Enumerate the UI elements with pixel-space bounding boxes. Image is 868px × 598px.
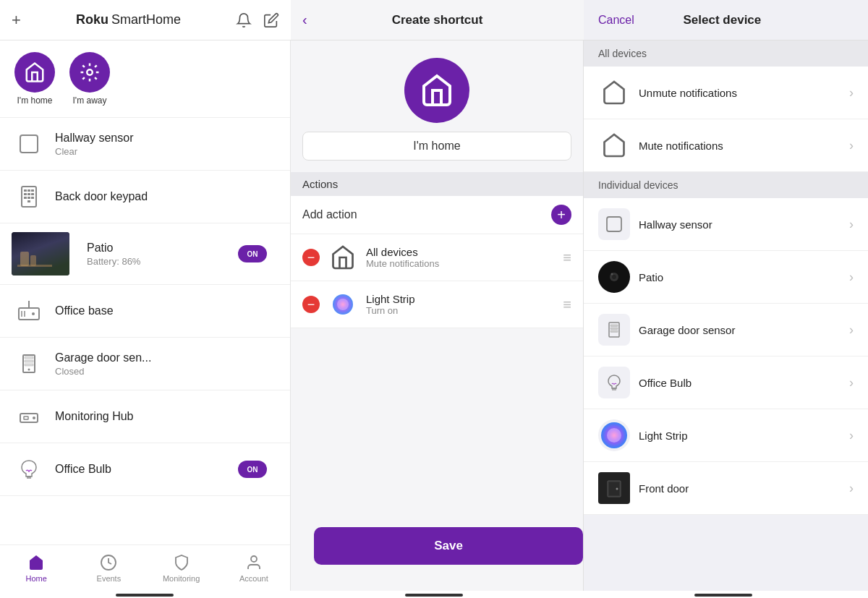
center-scroll: Actions Add action + − (291, 40, 583, 507)
right-patio-name: Patio (639, 271, 841, 283)
right-office-bulb-name: Office Bulb (639, 377, 841, 389)
right-light-strip[interactable]: Light Strip › (584, 409, 868, 462)
svg-point-43 (607, 428, 621, 443)
edit-button[interactable] (263, 12, 279, 28)
keypad-icon (12, 179, 46, 214)
garage-sensor-icon (12, 346, 46, 381)
svg-rect-8 (31, 193, 34, 195)
garage-door-sensor-status: Closed (55, 366, 278, 377)
bottom-bar-right (694, 594, 752, 597)
svg-point-29 (251, 556, 257, 562)
im-home-button[interactable]: I'm home (14, 52, 55, 106)
hallway-sensor-status: Clear (55, 146, 278, 157)
cancel-button[interactable]: Cancel (598, 14, 634, 27)
nav-monitoring[interactable]: Monitoring (145, 545, 218, 591)
nav-home[interactable]: Home (0, 545, 72, 591)
svg-rect-6 (24, 193, 27, 195)
svg-rect-19 (25, 356, 33, 359)
back-door-keypad-name: Back door keypad (55, 190, 278, 203)
center-header: ‹ Create shortcut (291, 0, 584, 40)
camera-item1 (20, 252, 29, 266)
right-patio[interactable]: Patio › (584, 251, 868, 304)
hallway-sensor-info: Hallway sensor Clear (55, 132, 278, 157)
right-front-door-icon (598, 472, 630, 504)
nav-account[interactable]: Account (218, 545, 290, 591)
action-item-all-devices: − All devices Mute notifications ≡ (291, 234, 583, 281)
light-strip-drag-handle[interactable]: ≡ (563, 296, 571, 313)
right-garage-sensor[interactable]: Garage door sensor › (584, 304, 868, 356)
monitoring-hub-name: Monitoring Hub (55, 410, 278, 423)
right-office-bulb[interactable]: Office Bulb › (584, 356, 868, 409)
action-item-light-strip: − (291, 281, 583, 328)
svg-rect-39 (610, 330, 618, 333)
all-devices-action-icon (328, 243, 357, 272)
device-item-monitoring-hub[interactable]: Monitoring Hub (0, 390, 290, 443)
bottom-bar-center (405, 594, 463, 597)
right-front-door[interactable]: Front door › (584, 462, 868, 515)
shortcut-name-input[interactable] (302, 132, 571, 161)
mute-notifications-item[interactable]: Mute notifications › (584, 119, 868, 172)
right-patio-icon (598, 261, 630, 293)
remove-all-devices-action[interactable]: − (302, 249, 320, 266)
nav-account-label: Account (239, 574, 268, 583)
svg-point-25 (33, 417, 35, 419)
svg-rect-11 (31, 197, 34, 199)
add-button[interactable]: + (12, 11, 21, 30)
office-bulb-badge: ON (238, 461, 267, 478)
svg-rect-10 (27, 197, 30, 199)
light-strip-action-info: Light Strip Turn on (366, 293, 554, 316)
light-strip-action-icon (328, 290, 357, 319)
device-list: Hallway sensor Clear (0, 118, 290, 544)
bottom-nav: Home Events Monitoring (0, 544, 290, 591)
device-item-hallway-sensor[interactable]: Hallway sensor Clear (0, 118, 290, 171)
garage-sensor-chevron: › (849, 323, 854, 338)
unmute-notifications-item[interactable]: Unmute notifications › (584, 67, 868, 119)
im-away-button[interactable]: I'm away (69, 52, 110, 106)
all-devices-drag-handle[interactable]: ≡ (563, 249, 571, 266)
unmute-notifications-icon (598, 77, 630, 108)
office-base-icon (12, 294, 46, 328)
svg-rect-37 (610, 325, 618, 327)
device-item-garage-door-sensor[interactable]: Garage door sen... Closed (0, 338, 290, 390)
shortcut-setup (291, 40, 583, 172)
garage-door-sensor-name: Garage door sen... (55, 351, 278, 364)
bottom-bar-left (116, 594, 174, 597)
svg-point-35 (611, 273, 613, 275)
device-item-back-door-keypad[interactable]: Back door keypad (0, 171, 290, 223)
light-strip-chevron: › (849, 428, 854, 443)
office-base-name: Office base (55, 304, 278, 317)
garage-door-sensor-info: Garage door sen... Closed (55, 351, 278, 377)
notification-button[interactable] (236, 12, 252, 28)
patio-camera-thumbnail (12, 232, 69, 275)
svg-point-31 (337, 299, 349, 310)
office-base-info: Office base (55, 304, 278, 317)
right-garage-sensor-icon (598, 314, 630, 346)
actions-list: − All devices Mute notifications ≡ (291, 234, 583, 328)
svg-point-46 (616, 488, 618, 490)
device-item-office-base[interactable]: Office base (0, 285, 290, 338)
device-item-patio[interactable]: Patio Battery: 86% ON (0, 223, 290, 285)
svg-rect-12 (27, 200, 30, 202)
right-panel-title: Select device (684, 13, 762, 27)
top-bar-actions (236, 12, 279, 28)
hallway-sensor-chevron: › (849, 217, 854, 232)
add-action-row: Add action + (291, 196, 583, 234)
add-action-button[interactable]: + (551, 205, 571, 225)
nav-events[interactable]: Events (72, 545, 145, 591)
svg-point-22 (28, 369, 30, 371)
patio-badge: ON (238, 245, 267, 262)
light-strip-action-name: Light Strip (366, 293, 554, 305)
remove-light-strip-action[interactable]: − (302, 296, 320, 313)
right-hallway-sensor[interactable]: Hallway sensor › (584, 198, 868, 251)
office-bulb-info: Office Bulb (55, 463, 229, 476)
svg-rect-3 (24, 189, 27, 192)
back-door-keypad-info: Back door keypad (55, 190, 278, 203)
save-button[interactable]: Save (314, 527, 583, 565)
svg-rect-9 (24, 197, 27, 199)
back-button[interactable]: ‹ (302, 12, 307, 28)
device-item-office-bulb[interactable]: Office Bulb ON (0, 443, 290, 496)
svg-rect-4 (27, 189, 30, 192)
actions-header: Actions (291, 172, 583, 196)
svg-rect-24 (24, 417, 28, 419)
svg-rect-32 (607, 217, 621, 231)
